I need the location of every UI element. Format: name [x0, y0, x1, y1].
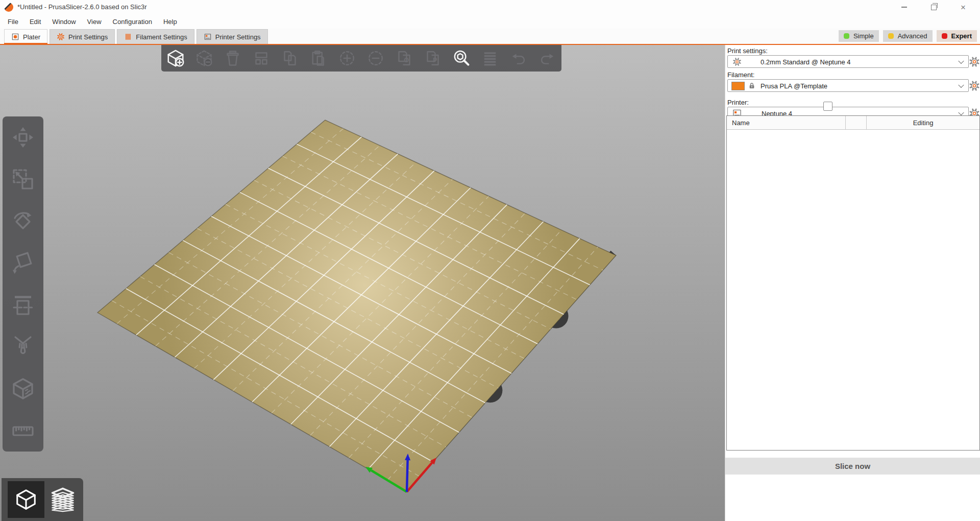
chevron-down-icon: [958, 110, 964, 115]
mode-expert-label: Expert: [951, 32, 972, 40]
print-settings-label: Print settings:: [727, 47, 768, 55]
tab-printer-settings[interactable]: Printer Settings: [197, 29, 268, 44]
filament-label: Filament:: [727, 71, 754, 79]
build-plate-scene: ELEGOO: [0, 45, 725, 521]
menu-file[interactable]: File: [2, 16, 24, 28]
gear-icon: [57, 33, 65, 41]
object-list-header: Name Editing: [727, 116, 979, 130]
menu-help[interactable]: Help: [158, 16, 183, 28]
menu-window[interactable]: Window: [46, 16, 81, 28]
restore-button[interactable]: [922, 0, 945, 14]
window-title: *Untitled - PrusaSlicer-2.6.0 based on S…: [17, 3, 147, 11]
print-settings-value: 0.2mm Standard @ Neptune 4: [761, 58, 851, 65]
tab-bar: Plater Print Settings Filament Settings …: [0, 29, 980, 45]
remove-instance-button[interactable]: [361, 45, 390, 72]
object-list: Name Editing: [726, 115, 980, 451]
rotate-tool-button[interactable]: [3, 200, 43, 242]
mode-simple-button[interactable]: Simple: [839, 30, 879, 42]
object-toolbar: O P: [161, 45, 561, 72]
preview-view-button[interactable]: [44, 481, 81, 518]
prusaslicer-logo-icon: [4, 3, 13, 12]
filament-spool-icon: [124, 33, 132, 41]
arrange-button[interactable]: [247, 45, 276, 72]
tab-print-settings[interactable]: Print Settings: [50, 29, 115, 44]
advanced-mode-dot-icon: [888, 33, 894, 39]
column-editing: Editing: [867, 119, 979, 127]
split-to-objects-button[interactable]: O: [390, 45, 419, 72]
chevron-down-icon: [958, 82, 964, 87]
column-name: Name: [727, 116, 846, 129]
variable-layer-height-button[interactable]: [476, 45, 504, 72]
mode-simple-label: Simple: [853, 32, 874, 40]
place-on-face-tool-button[interactable]: [3, 242, 43, 284]
paste-button[interactable]: [304, 45, 333, 72]
gizmo-toolbar: [3, 116, 43, 452]
mode-expert-button[interactable]: Expert: [937, 30, 977, 42]
filament-color-swatch: [731, 82, 745, 90]
tab-print-settings-label: Print Settings: [68, 33, 108, 41]
svg-text:O: O: [404, 56, 409, 64]
copy-button[interactable]: [276, 45, 304, 72]
minimize-button[interactable]: [892, 0, 916, 14]
plater-icon: [11, 33, 19, 41]
column-extruder: [846, 116, 867, 129]
mode-switcher: Simple Advanced Expert: [839, 30, 977, 42]
close-button[interactable]: ×: [951, 0, 975, 14]
measure-tool-button[interactable]: [3, 410, 43, 452]
menu-bar: File Edit Window View Configuration Help: [0, 14, 980, 29]
filament-value: Prusa PLA @Template: [761, 82, 827, 89]
tab-plater[interactable]: Plater: [4, 29, 47, 44]
filament-gear-button[interactable]: [969, 80, 980, 91]
menu-configuration[interactable]: Configuration: [107, 16, 158, 28]
scale-tool-button[interactable]: [3, 158, 43, 200]
tab-filament-settings-label: Filament Settings: [136, 33, 187, 41]
slice-now-button[interactable]: Slice now: [725, 458, 980, 475]
simple-mode-dot-icon: [844, 33, 849, 39]
prusaslicer-window: *Untitled - PrusaSlicer-2.6.0 based on S…: [0, 0, 980, 521]
delete-all-button[interactable]: [218, 45, 247, 72]
menu-edit[interactable]: Edit: [24, 16, 46, 28]
restore-icon: [931, 5, 937, 10]
printer-icon: [204, 33, 212, 41]
seam-painting-tool-button[interactable]: [3, 368, 43, 410]
delete-object-button[interactable]: [190, 45, 218, 72]
menu-view[interactable]: View: [82, 16, 107, 28]
search-button[interactable]: [447, 45, 476, 72]
split-to-parts-button[interactable]: P: [419, 45, 447, 72]
lock-icon: [748, 82, 756, 90]
add-instance-button[interactable]: [333, 45, 361, 72]
tab-filament-settings[interactable]: Filament Settings: [117, 29, 194, 44]
svg-text:P: P: [433, 56, 437, 64]
editor-view-button[interactable]: [8, 481, 44, 518]
view-switcher: [2, 478, 83, 521]
mode-advanced-button[interactable]: Advanced: [883, 30, 933, 42]
tab-plater-label: Plater: [23, 33, 40, 41]
tab-printer-settings-label: Printer Settings: [215, 33, 261, 41]
move-tool-button[interactable]: [3, 116, 43, 158]
brim-checkbox[interactable]: [823, 102, 832, 111]
printer-label: Printer:: [727, 99, 749, 106]
minimize-icon: [901, 7, 907, 8]
expert-mode-dot-icon: [942, 33, 947, 39]
add-object-button[interactable]: [161, 45, 190, 72]
filament-select[interactable]: Prusa PLA @Template: [727, 79, 969, 92]
cut-tool-button[interactable]: [3, 284, 43, 326]
mode-advanced-label: Advanced: [898, 32, 927, 40]
chevron-down-icon: [958, 58, 964, 63]
print-settings-select[interactable]: 0.2mm Standard @ Neptune 4: [727, 55, 969, 68]
undo-button[interactable]: [504, 45, 533, 72]
close-icon: ×: [961, 3, 966, 12]
print-settings-gear-button[interactable]: [969, 56, 980, 67]
title-bar: *Untitled - PrusaSlicer-2.6.0 based on S…: [0, 0, 980, 14]
paint-supports-tool-button[interactable]: [3, 326, 43, 368]
3d-viewport[interactable]: ELEGOO O P: [0, 45, 725, 521]
gear-icon: [732, 57, 742, 67]
redo-button[interactable]: [533, 45, 561, 72]
